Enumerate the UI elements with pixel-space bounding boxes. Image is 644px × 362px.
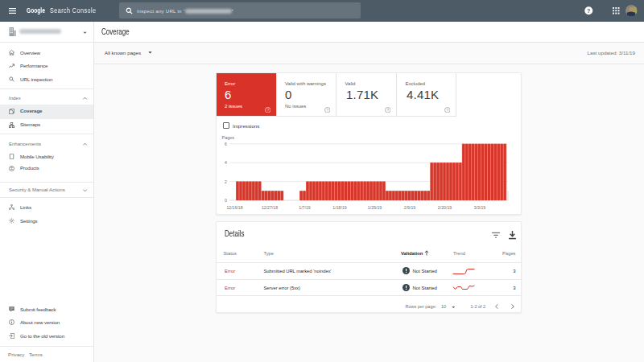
svg-text:1/29/19: 1/29/19 [368, 205, 382, 210]
svg-text:4: 4 [225, 160, 227, 165]
svg-text:12/27/18: 12/27/18 [262, 205, 278, 210]
svg-text:2/20/19: 2/20/19 [438, 205, 452, 210]
svg-text:?: ? [386, 108, 389, 112]
svg-text:?: ? [587, 8, 590, 14]
svg-text:1/7/19: 1/7/19 [299, 205, 311, 210]
svg-text:0: 0 [225, 198, 227, 203]
svg-text:?: ? [326, 108, 328, 112]
svg-text:?: ? [266, 108, 269, 112]
svg-text:12/16/18: 12/16/18 [226, 205, 242, 210]
svg-text:6: 6 [225, 142, 227, 146]
svg-text:2/9/19: 2/9/19 [404, 205, 416, 210]
svg-text:3/3/19: 3/3/19 [474, 205, 486, 210]
svg-text:1/18/19: 1/18/19 [332, 205, 346, 210]
svg-text:?: ? [446, 108, 448, 112]
svg-text:2: 2 [225, 179, 227, 184]
